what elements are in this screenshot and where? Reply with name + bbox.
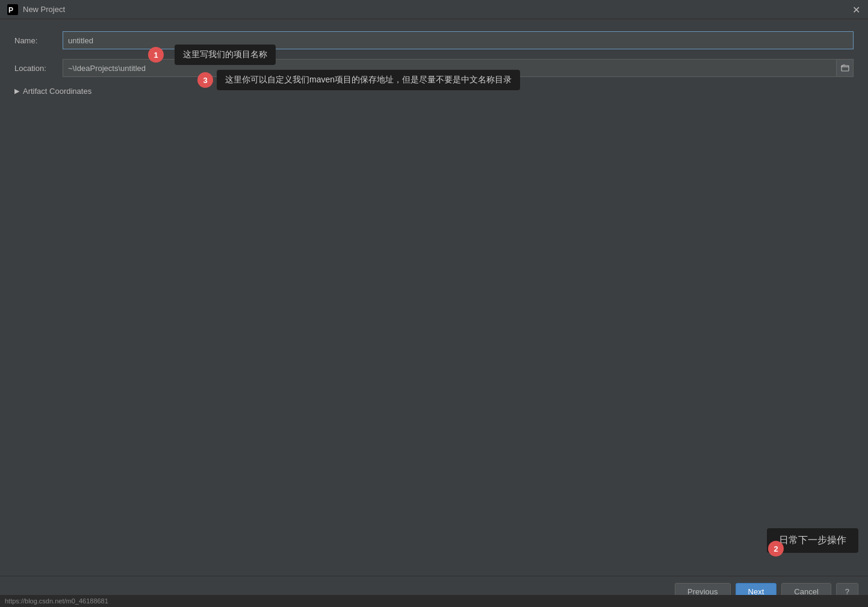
app-icon: P: [7, 4, 18, 15]
location-row: Location:: [14, 59, 854, 77]
artifact-arrow-icon: ▶: [14, 87, 19, 95]
location-input[interactable]: [63, 59, 837, 77]
svg-rect-2: [842, 66, 849, 71]
artifact-label: Artifact Coordinates: [23, 87, 91, 96]
title-bar: P New Project ✕: [0, 0, 868, 19]
browse-button[interactable]: [837, 59, 854, 77]
close-button[interactable]: ✕: [849, 2, 863, 17]
badge-1: 1: [148, 47, 164, 63]
badge-2: 2: [768, 541, 784, 556]
name-row: Name:: [14, 31, 854, 49]
name-label: Name:: [14, 36, 63, 45]
url-bar: https://blog.csdn.net/m0_46188681: [0, 595, 868, 607]
artifact-coordinates-section[interactable]: ▶ Artifact Coordinates: [14, 87, 854, 96]
url-text: https://blog.csdn.net/m0_46188681: [5, 597, 108, 605]
name-input[interactable]: [63, 31, 854, 49]
badge-3: 3: [197, 72, 213, 88]
svg-text:P: P: [8, 6, 13, 14]
window-title: New Project: [23, 5, 861, 14]
main-content: Name: 这里写我们的项目名称 1 Location: 这里你可以自定义我们m…: [0, 19, 868, 576]
location-label: Location:: [14, 64, 63, 73]
new-project-window: P New Project ✕ Name: 这里写我们的项目名称 1 Locat…: [0, 0, 868, 607]
